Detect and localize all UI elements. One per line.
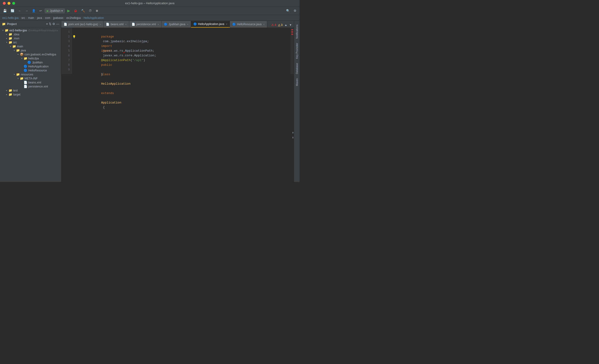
tab-close-pom[interactable]: ×	[99, 23, 101, 26]
revert-button[interactable]: ↩	[38, 8, 43, 13]
tree-item-mvn[interactable]: ▸ 📁 .mvn	[0, 36, 61, 40]
tree-label: resources	[21, 73, 33, 76]
traffic-lights[interactable]	[3, 2, 15, 5]
recent-button[interactable]: ⏱	[88, 8, 93, 13]
tree-item-java[interactable]: ▾ 📁 java	[0, 48, 61, 52]
tree-label: main	[17, 45, 23, 48]
tree-arrow: ▸	[5, 33, 9, 36]
tree-arrow: ▾	[12, 73, 16, 76]
breadcrumb-item-main[interactable]: main	[28, 16, 34, 20]
tree-item-test[interactable]: ▸ 📁 test	[0, 88, 61, 92]
tree-arrow: ▸	[5, 37, 9, 40]
tree-item-beans-xml[interactable]: 📄 beans.xml	[0, 80, 61, 84]
editor-tabs: 📄 pom.xml (ex1-hello-jpa) × 📄 beans.xml …	[61, 21, 294, 28]
tab-close-helloapp[interactable]: ×	[226, 23, 227, 26]
line-num-6: 6	[61, 53, 72, 58]
xml-tab-icon: 📄	[106, 23, 109, 26]
minimize-button[interactable]	[8, 2, 10, 5]
tree-item-META-INF[interactable]: ▾ 📁 META-INF	[0, 76, 61, 80]
folder-icon: 📁	[9, 36, 12, 40]
code-editor[interactable]: 1 2 3 4 5 6 7 8 9 💡	[61, 28, 294, 182]
tab-close-jpamain[interactable]: ×	[187, 23, 188, 26]
line-numbers: 1 2 3 4 5 6 7 8 9	[61, 28, 72, 74]
ruler-error-2	[291, 31, 293, 32]
scroll-up-icon[interactable]: ▲	[284, 23, 287, 27]
xml-icon: 📄	[24, 81, 27, 84]
forward-button[interactable]: →	[24, 8, 29, 13]
settings-button[interactable]: ⚙	[292, 8, 298, 13]
tab-close-persistence[interactable]: ×	[158, 23, 159, 26]
folder-icon: 📁	[20, 77, 24, 80]
code-lines[interactable]: package com.jpabasic.ex1hellojpa; import…	[76, 28, 291, 74]
breadcrumb: ex1-hello-jpa › src › main › java › com …	[0, 15, 300, 21]
tree-item-HelloApplication[interactable]: 🔵 HelloApplication	[0, 64, 61, 68]
tree-label: helloJpa	[28, 57, 39, 60]
tab-persistence-xml[interactable]: 📄 persistence.xml ×	[129, 21, 162, 28]
lightbulb-icon[interactable]: 💡	[72, 35, 76, 39]
tree-arrow: ▾	[5, 41, 9, 43]
folder-icon: 📁	[12, 44, 16, 48]
tree-item-helloJpa[interactable]: ▾ 📁 helloJpa	[0, 56, 61, 60]
breadcrumb-item-active[interactable]: HelloApplication	[83, 16, 104, 20]
tree-item-resources[interactable]: ▾ 📁 resources	[0, 72, 61, 76]
close-button[interactable]	[3, 2, 6, 5]
breadcrumb-item-jpabasic[interactable]: jpabasic	[53, 16, 63, 20]
sidebar-collapse-all-icon[interactable]: ≡	[46, 22, 48, 26]
tree-item-idea[interactable]: ▸ 📁 .idea	[0, 32, 61, 36]
maven-panel-toggle[interactable]: Maven	[295, 76, 299, 88]
sidebar-close-icon[interactable]: —	[56, 22, 59, 26]
line-num-8: 8	[61, 63, 72, 67]
notifications-panel-toggle[interactable]: Notifications	[295, 23, 299, 41]
tree-item-target[interactable]: ▸ 📁 target	[0, 92, 61, 96]
tab-HelloResource[interactable]: 🔵 HelloResource.java ×	[230, 21, 267, 28]
tab-label: HelloApplication.java	[198, 22, 224, 26]
tree-arrow: ▾	[12, 49, 16, 52]
sidebar-header-icons: ≡ ⇅ ⚙ —	[46, 22, 59, 26]
profile-button[interactable]: 👤	[31, 8, 37, 13]
run-button[interactable]: ▶	[66, 8, 71, 13]
tree-item-persistence-xml[interactable]: 📄 persistence.xml	[0, 84, 61, 88]
tree-label: HelloResource	[28, 69, 47, 72]
sidebar-expand-icon[interactable]: ⇅	[49, 22, 51, 26]
tab-HelloApplication[interactable]: 🔵 HelloApplication.java ×	[191, 21, 230, 28]
stop-button[interactable]: ⏹	[94, 8, 100, 13]
debug-button[interactable]: 🐞	[72, 8, 79, 13]
scroll-down-icon[interactable]: ▼	[289, 23, 292, 27]
fullscreen-button[interactable]	[12, 2, 15, 5]
tree-item-HelloResource[interactable]: 🔵 HelloResource	[0, 68, 61, 72]
breadcrumb-item-java[interactable]: java	[37, 16, 42, 20]
sidebar-settings-icon[interactable]: ⚙	[52, 22, 55, 26]
breadcrumb-item-project[interactable]: ex1-hello-jpa	[2, 16, 19, 20]
tree-label: beans.xml	[28, 81, 41, 84]
key-promoter-panel-toggle[interactable]: Key Promoter	[295, 41, 299, 61]
breadcrumb-item-src[interactable]: src	[21, 16, 25, 20]
run-config-label: JpaMain	[50, 9, 60, 12]
tab-beans-xml[interactable]: 📄 beans.xml ×	[104, 21, 129, 28]
tab-close-beans[interactable]: ×	[125, 23, 127, 26]
search-everywhere-button[interactable]: 🔍	[285, 8, 291, 13]
tab-JpaMain[interactable]: 🔵 JpaMain.java ×	[162, 21, 191, 28]
tab-close-hellores[interactable]: ×	[263, 23, 264, 26]
tree-item-JpaMain[interactable]: 🔵 JpaMain	[0, 60, 61, 64]
tab-pom-xml[interactable]: 📄 pom.xml (ex1-hello-jpa) ×	[61, 21, 104, 28]
tree-item-src[interactable]: ▾ 📁 src	[0, 40, 61, 44]
line-num-3: 3	[61, 39, 72, 44]
tree-item-package[interactable]: ▾ 📦 com.jpabasic.ex1hellojpa	[0, 52, 61, 56]
tree-label: com.jpabasic.ex1hellojpa	[25, 53, 56, 56]
sidebar-title: Project	[7, 22, 44, 26]
tree-item-ex1-hello-jpa[interactable]: ▾ 📁 ex1-hello-jpa ~/Desktop/inflearn/stu…	[0, 28, 61, 32]
breadcrumb-item-com[interactable]: com	[45, 16, 51, 20]
tree-item-main[interactable]: ▾ 📁 main	[0, 44, 61, 48]
database-panel-toggle[interactable]: Database	[295, 61, 299, 76]
back-button[interactable]: ←	[17, 8, 22, 13]
run-config-selector[interactable]: ▶ JpaMain ▾	[44, 9, 65, 13]
xml-icon: 📄	[24, 85, 27, 88]
toolbar-right: 🔍 ⚙	[285, 8, 298, 13]
breadcrumb-item-ex1hellojpa[interactable]: ex1hellojpa	[66, 16, 81, 20]
undo-button[interactable]: 💾	[2, 8, 8, 13]
tab-label: HelloResource.java	[237, 23, 262, 26]
java-class-icon: 🔵	[24, 65, 27, 68]
tree-label: META-INF	[25, 77, 38, 80]
build-button[interactable]: 🔨	[80, 8, 86, 13]
redo-button[interactable]: 🔄	[9, 8, 16, 13]
